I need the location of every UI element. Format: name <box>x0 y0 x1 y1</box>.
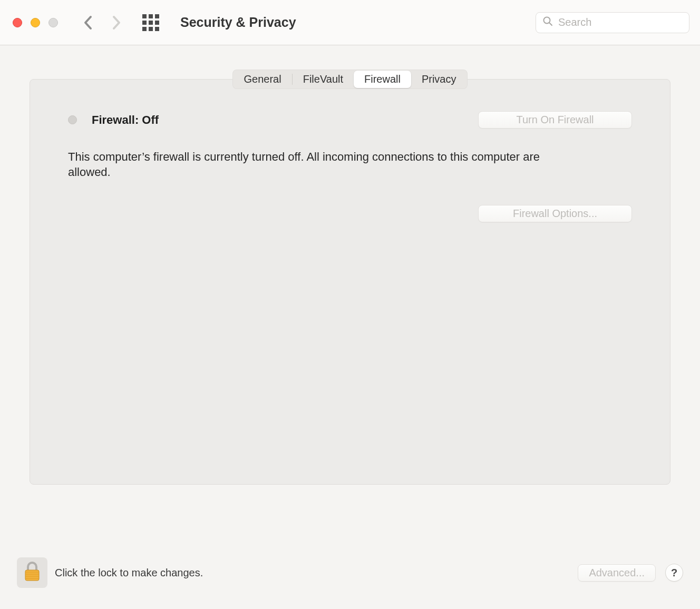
firewall-panel: Firewall: Off Turn On Firewall This comp… <box>30 79 670 485</box>
window-controls <box>13 18 58 27</box>
main-content: General FileVault Firewall Privacy Firew… <box>0 45 700 485</box>
back-button[interactable] <box>83 15 93 30</box>
toolbar: Security & Privacy <box>0 0 700 45</box>
svg-line-1 <box>549 23 552 25</box>
turn-on-firewall-button[interactable]: Turn On Firewall <box>478 111 632 129</box>
tab-filevault[interactable]: FileVault <box>293 71 354 88</box>
tab-bar: General FileVault Firewall Privacy <box>232 70 468 89</box>
show-all-preferences-button[interactable] <box>142 14 159 31</box>
advanced-button[interactable]: Advanced... <box>578 564 656 582</box>
lock-button[interactable] <box>17 557 47 588</box>
search-field[interactable] <box>536 12 689 33</box>
tab-general[interactable]: General <box>234 71 292 88</box>
zoom-window-button[interactable] <box>48 18 58 27</box>
firewall-options-button[interactable]: Firewall Options... <box>478 205 632 222</box>
firewall-status-indicator-icon <box>68 115 77 124</box>
search-input[interactable] <box>558 16 683 28</box>
search-icon <box>542 16 553 29</box>
help-button[interactable]: ? <box>665 564 683 582</box>
tab-firewall[interactable]: Firewall <box>354 71 411 88</box>
footer: Click the lock to make changes. Advanced… <box>17 557 683 588</box>
close-window-button[interactable] <box>13 18 22 27</box>
firewall-status-label: Firewall: Off <box>92 113 159 127</box>
svg-rect-2 <box>25 570 39 581</box>
lock-hint-label: Click the lock to make changes. <box>55 567 578 579</box>
window-title: Security & Privacy <box>180 15 296 30</box>
nav-arrows <box>83 15 121 30</box>
tab-privacy[interactable]: Privacy <box>411 71 467 88</box>
firewall-description: This computer’s firewall is currently tu… <box>68 150 542 180</box>
lock-icon <box>22 561 42 585</box>
minimize-window-button[interactable] <box>31 18 40 27</box>
forward-button[interactable] <box>112 15 121 30</box>
